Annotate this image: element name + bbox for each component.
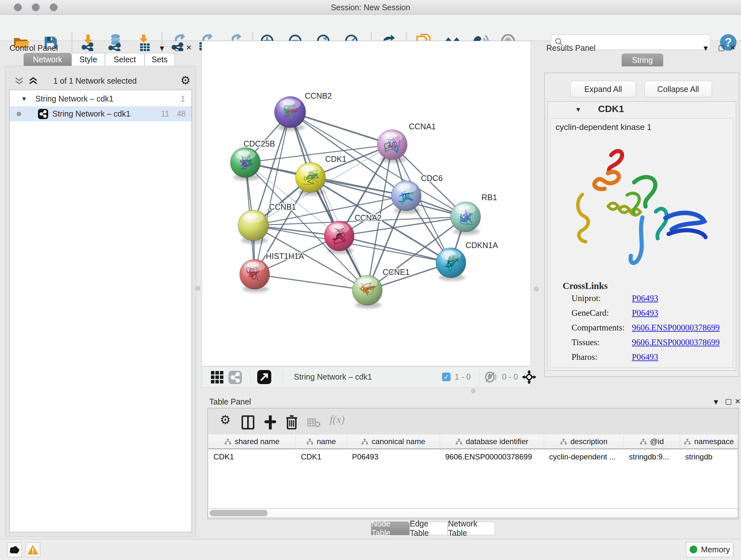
tab-network-table[interactable]: Network Table [448,522,495,535]
open-in-browser-icon[interactable] [257,370,272,384]
string-network-graph[interactable]: CCNB2CCNA1CDC25BCDK1CDC6RB1CCNB1CCNA2CDK… [202,41,530,366]
tab-style[interactable]: Style [71,53,105,66]
collapse-all-icon[interactable] [14,77,24,85]
column-type-icon [640,438,647,445]
fit-selected-crosshair-icon[interactable] [522,370,536,384]
gear-icon[interactable]: ⚙ [180,74,191,87]
memory-button[interactable]: Memory [686,542,733,557]
tab-string[interactable]: String [622,54,663,66]
column-header-description[interactable]: description [544,435,624,449]
float-panel-button[interactable]: ▼ [702,44,710,53]
crosslink-link[interactable]: 9606.ENSP00000378699 [632,337,720,348]
minimize-window-button[interactable] [32,3,40,11]
scrollbar-thumb[interactable] [210,510,268,516]
network-node-CDKN1A[interactable] [436,248,466,281]
network-node-CCNB1[interactable] [238,210,269,244]
tab-edge-table[interactable]: Edge Table [409,522,448,535]
crosslink-row: Compartments:9606.ENSP00000378699 [550,323,733,337]
network-view-canvas[interactable]: CCNB2CCNA1CDC25BCDK1CDC6RB1CCNB1CCNA2CDK… [202,41,531,366]
table-cell[interactable]: stringdb [680,450,738,464]
gene-name: CDK1 [598,104,624,114]
horizontal-scrollbar[interactable] [208,509,738,517]
network-collection-row[interactable]: ▼ String Network – cdk1 1 [10,91,192,106]
expand-all-button[interactable]: Expand All [570,81,636,98]
column-header-database-identifier[interactable]: database identifier [440,435,544,449]
horizontal-splitter-handle[interactable] [471,389,475,393]
crosslink-label: Tissues: [571,337,600,348]
network-node-CDC25B[interactable] [230,147,260,180]
node-label-CCNB1: CCNB1 [269,202,296,211]
maximize-panel-button[interactable]: ▢ [718,44,725,52]
node-label-RB1: RB1 [482,193,497,202]
column-header-namespace[interactable]: namespace [680,435,738,449]
delete-column-trash-icon[interactable] [286,415,298,429]
table-cell[interactable]: CDK1 [296,450,347,464]
vertical-splitter-handle[interactable] [196,286,200,291]
network-row[interactable]: String Network – cdk1 11 48 [10,106,192,121]
show-columns-icon[interactable] [242,415,254,429]
network-status-dot [17,112,21,116]
table-cell[interactable]: CDK1 [208,450,296,464]
crosslink-link[interactable]: 9606.ENSP00000378699 [632,323,720,333]
maximize-panel-button[interactable]: ▢ [174,44,181,52]
network-node-CCNA1[interactable] [377,130,407,163]
column-header-name[interactable]: name [296,435,347,449]
toolbar-divider [251,370,251,384]
node-label-CCNA1: CCNA1 [409,122,436,131]
vertical-splitter-handle[interactable] [534,287,539,291]
network-node-HIST1H1A[interactable] [240,259,270,292]
table-cell[interactable]: stringdb:9... [624,450,680,464]
table-cell[interactable]: 9606.ENSP00000378699 [440,450,544,464]
network-view-title: String Network – cdk1 [294,372,372,381]
close-panel-button[interactable]: ✕ [186,44,192,52]
node-table-container: ⚙ f(x) shared nameCDK1nameCDK1canonical … [207,408,738,519]
network-node-CCNA2[interactable] [324,221,354,254]
table-settings-gear-icon[interactable]: ⚙ [220,413,231,427]
tab-select[interactable]: Select [105,53,145,66]
create-column-plus-icon[interactable] [264,415,277,429]
column-header--id[interactable]: @id [624,435,680,449]
selected-nodes-checkbox[interactable]: ✓ [442,373,451,381]
column-header-label: canonical name [372,437,425,446]
cloud-status-button[interactable] [7,543,22,557]
protein-structure-image [560,138,726,275]
network-node-CCNE1[interactable] [352,275,382,308]
network-node-RB1[interactable] [451,202,481,235]
network-node-CDK1[interactable] [295,163,326,195]
close-window-button[interactable] [14,3,22,11]
column-header-shared-name[interactable]: shared name [208,435,296,449]
string-settings-icon[interactable] [228,370,242,384]
close-panel-button[interactable]: ✕ [730,44,736,52]
crosslink-link[interactable]: P06493 [632,308,658,318]
zoom-window-button[interactable] [50,3,57,11]
tab-sets[interactable]: Sets [145,53,175,66]
node-label-CDKN1A: CDKN1A [466,241,498,250]
column-header-label: namespace [694,437,734,446]
expand-all-icon[interactable] [28,77,38,85]
tab-network[interactable]: Network [23,53,71,66]
maximize-panel-button[interactable]: ▢ [725,397,732,406]
node-count: 11 [161,109,169,118]
node-details-content: cyclin-dependent kinase 1 [550,118,733,368]
close-panel-button[interactable]: ✕ [735,397,741,406]
network-node-CCNB2[interactable] [274,97,306,131]
crosslink-link[interactable]: P06493 [632,352,658,362]
network-collection-label: String Network – cdk1 [36,94,114,104]
table-cell[interactable]: cyclin-dependent ... [544,450,624,464]
warnings-button[interactable] [25,543,40,557]
table-cell[interactable]: P06493 [347,450,440,464]
node-label-CDC6: CDC6 [421,174,443,183]
tab-node-table[interactable]: Node Table [371,522,409,535]
collapse-triangle-icon[interactable]: ▼ [575,106,582,113]
node-label-CCNE1: CCNE1 [383,267,410,276]
float-panel-button[interactable]: ▼ [158,44,165,53]
column-header-canonical-name[interactable]: canonical name [347,435,440,449]
birds-eye-view-icon[interactable] [210,370,224,384]
collapse-all-button[interactable]: Collapse All [644,81,712,98]
collapse-triangle-icon[interactable]: ▼ [21,96,27,103]
control-panel-title: Control Panel [10,44,58,53]
float-panel-button[interactable]: ▼ [712,398,720,407]
gene-description: cyclin-dependent kinase 1 [556,122,652,132]
crosslink-link[interactable]: P06493 [632,294,658,303]
network-node-CDC6[interactable] [391,181,421,213]
